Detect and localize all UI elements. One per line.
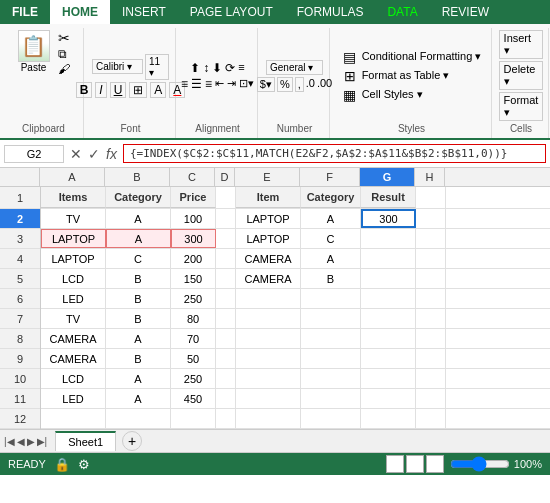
cell-g5[interactable] [361, 269, 416, 288]
cell-c10[interactable]: 250 [171, 369, 216, 388]
cell-reference-input[interactable] [4, 145, 64, 163]
conditional-formatting-button[interactable]: ▤ Conditional Formatting ▾ [342, 48, 482, 66]
row-num-11[interactable]: 11 [0, 389, 40, 409]
row-num-1[interactable]: 1 [0, 187, 40, 209]
cell-h3[interactable] [416, 229, 446, 248]
cell-g4[interactable] [361, 249, 416, 268]
cell-h8[interactable] [416, 329, 446, 348]
cell-e11[interactable] [236, 389, 301, 408]
cell-h4[interactable] [416, 249, 446, 268]
row-num-10[interactable]: 10 [0, 369, 40, 389]
cell-h12[interactable] [416, 409, 446, 428]
cell-c1[interactable]: Price [171, 187, 216, 208]
align-left-button[interactable]: ≡ [181, 77, 188, 91]
tab-data[interactable]: DATA [375, 0, 429, 24]
cell-g12[interactable] [361, 409, 416, 428]
cell-d6[interactable] [216, 289, 236, 308]
cell-h10[interactable] [416, 369, 446, 388]
row-num-5[interactable]: 5 [0, 269, 40, 289]
col-header-b[interactable]: B [105, 168, 170, 186]
decrease-indent-button[interactable]: ⇤ [215, 77, 224, 91]
cell-e10[interactable] [236, 369, 301, 388]
cell-c4[interactable]: 200 [171, 249, 216, 268]
page-layout-view-button[interactable]: ▣ [406, 455, 424, 473]
merge-button[interactable]: ⊡▾ [239, 77, 254, 91]
col-header-d[interactable]: D [215, 168, 235, 186]
row-num-6[interactable]: 6 [0, 289, 40, 309]
macro-security-icon[interactable]: 🔒 [54, 457, 70, 472]
cell-a8[interactable]: CAMERA [41, 329, 106, 348]
cell-f7[interactable] [301, 309, 361, 328]
col-header-h[interactable]: H [415, 168, 445, 186]
cancel-formula-button[interactable]: ✕ [68, 146, 84, 162]
sheet-first-button[interactable]: |◀ [4, 436, 15, 447]
cell-b2[interactable]: A [106, 209, 171, 228]
tab-formulas[interactable]: FORMULAS [285, 0, 376, 24]
increase-decimal-button[interactable]: .00 [317, 77, 332, 92]
cell-b11[interactable]: A [106, 389, 171, 408]
cell-f3[interactable]: C [301, 229, 361, 248]
tab-review[interactable]: REVIEW [430, 0, 501, 24]
col-header-a[interactable]: A [40, 168, 105, 186]
cell-e1[interactable]: Item [236, 187, 301, 208]
sheet-last-button[interactable]: ▶| [37, 436, 48, 447]
cell-b12[interactable] [106, 409, 171, 428]
cell-b3[interactable]: A [106, 229, 171, 248]
delete-button[interactable]: Delete ▾ [499, 61, 544, 90]
cell-b1[interactable]: Category [106, 187, 171, 208]
cell-f12[interactable] [301, 409, 361, 428]
cell-f8[interactable] [301, 329, 361, 348]
cell-e7[interactable] [236, 309, 301, 328]
cell-a6[interactable]: LED [41, 289, 106, 308]
cell-a1[interactable]: Items [41, 187, 106, 208]
cell-d11[interactable] [216, 389, 236, 408]
cell-f5[interactable]: B [301, 269, 361, 288]
cell-c12[interactable] [171, 409, 216, 428]
cell-a7[interactable]: TV [41, 309, 106, 328]
copy-button[interactable]: ⧉ [58, 47, 70, 61]
cell-d7[interactable] [216, 309, 236, 328]
new-sheet-button[interactable]: + [122, 431, 142, 451]
cell-h1[interactable] [416, 187, 446, 208]
cell-d12[interactable] [216, 409, 236, 428]
cell-e9[interactable] [236, 349, 301, 368]
increase-indent-button[interactable]: ⇥ [227, 77, 236, 91]
col-header-e[interactable]: E [235, 168, 300, 186]
cell-f4[interactable]: A [301, 249, 361, 268]
cell-g9[interactable] [361, 349, 416, 368]
cell-h11[interactable] [416, 389, 446, 408]
cell-e6[interactable] [236, 289, 301, 308]
cell-b5[interactable]: B [106, 269, 171, 288]
zoom-slider[interactable] [450, 456, 510, 472]
cell-h2[interactable] [416, 209, 446, 228]
align-bottom-button[interactable]: ⬇ [212, 61, 222, 75]
font-selector[interactable]: Calibri ▾ [92, 59, 143, 74]
cell-a4[interactable]: LAPTOP [41, 249, 106, 268]
italic-button[interactable]: I [95, 82, 106, 98]
row-num-4[interactable]: 4 [0, 249, 40, 269]
cell-f11[interactable] [301, 389, 361, 408]
row-num-12[interactable]: 12 [0, 409, 40, 429]
cell-h9[interactable] [416, 349, 446, 368]
cell-f9[interactable] [301, 349, 361, 368]
cell-a3[interactable]: LAPTOP [41, 229, 106, 248]
cell-c11[interactable]: 450 [171, 389, 216, 408]
align-right-button[interactable]: ≡ [205, 77, 212, 91]
cell-e5[interactable]: CAMERA [236, 269, 301, 288]
tab-page-layout[interactable]: PAGE LAYOUT [178, 0, 285, 24]
row-num-9[interactable]: 9 [0, 349, 40, 369]
confirm-formula-button[interactable]: ✓ [86, 146, 102, 162]
row-num-2[interactable]: 2 [0, 209, 40, 229]
row-num-7[interactable]: 7 [0, 309, 40, 329]
currency-button[interactable]: $▾ [257, 77, 275, 92]
cell-a12[interactable] [41, 409, 106, 428]
row-num-8[interactable]: 8 [0, 329, 40, 349]
cell-b8[interactable]: A [106, 329, 171, 348]
insert-button[interactable]: Insert ▾ [499, 30, 544, 59]
align-center-button[interactable]: ☰ [191, 77, 202, 91]
align-top-button[interactable]: ⬆ [190, 61, 200, 75]
tab-insert[interactable]: INSERT [110, 0, 178, 24]
cell-h6[interactable] [416, 289, 446, 308]
format-button[interactable]: Format ▾ [499, 92, 544, 121]
format-table-button[interactable]: ⊞ Format as Table ▾ [342, 67, 450, 85]
